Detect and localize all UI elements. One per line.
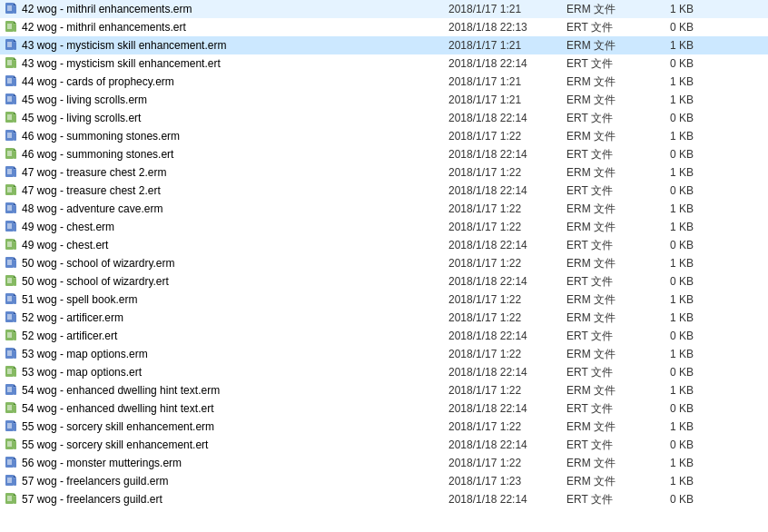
table-row[interactable]: 54 wog - enhanced dwelling hint text.ert…	[0, 399, 768, 418]
svg-rect-98	[14, 296, 16, 304]
file-name-col: 46 wog - summoning stones.ert	[4, 147, 448, 162]
erm-icon	[4, 383, 18, 398]
file-name: 43 wog - mysticism skill enhancement.erm	[22, 39, 226, 52]
file-name: 44 wog - cards of prophecy.erm	[22, 75, 174, 88]
table-row[interactable]: 57 wog - freelancers guild.erm 2018/1/17…	[0, 472, 768, 490]
svg-marker-19	[14, 57, 16, 60]
file-name-col: 46 wog - summoning stones.erm	[4, 129, 448, 143]
table-row[interactable]: 49 wog - chest.ert 2018/1/18 22:14 ERT 文…	[0, 236, 768, 254]
svg-marker-127	[14, 384, 16, 387]
svg-marker-61	[14, 184, 16, 187]
file-name-col: 56 wog - monster mutterings.erm	[4, 456, 448, 470]
table-row[interactable]: 53 wog - map options.ert 2018/1/18 22:14…	[0, 363, 768, 381]
svg-marker-73	[14, 221, 16, 223]
table-row[interactable]: 42 wog - mithril enhancements.erm 2018/1…	[0, 0, 768, 18]
svg-marker-31	[14, 94, 16, 96]
svg-marker-79	[14, 239, 16, 241]
file-date: 2018/1/17 1:21	[448, 75, 566, 88]
erm-icon	[4, 310, 18, 325]
file-name: 55 wog - sorcery skill enhancement.ert	[22, 438, 208, 451]
table-row[interactable]: 55 wog - sorcery skill enhancement.erm 2…	[0, 418, 768, 436]
file-name: 42 wog - mithril enhancements.erm	[22, 3, 192, 15]
file-type: ERM 文件	[566, 310, 639, 326]
table-row[interactable]: 47 wog - treasure chest 2.ert 2018/1/18 …	[0, 182, 768, 200]
svg-marker-49	[14, 148, 16, 151]
svg-rect-38	[14, 114, 16, 123]
file-name-col: 47 wog - treasure chest 2.erm	[4, 165, 448, 180]
file-name-col: 49 wog - chest.ert	[4, 238, 448, 252]
file-name-col: 54 wog - enhanced dwelling hint text.erm	[4, 383, 448, 398]
file-size: 1 KB	[639, 420, 694, 433]
table-row[interactable]: 57 wog - freelancers guild.ert 2018/1/18…	[0, 490, 768, 508]
file-name: 45 wog - living scrolls.erm	[22, 94, 147, 106]
table-row[interactable]: 46 wog - summoning stones.ert 2018/1/18 …	[0, 145, 768, 163]
table-row[interactable]: 55 wog - sorcery skill enhancement.ert 2…	[0, 436, 768, 454]
table-row[interactable]: 45 wog - living scrolls.ert 2018/1/18 22…	[0, 109, 768, 127]
erm-icon	[4, 93, 18, 107]
file-date: 2018/1/17 1:22	[448, 457, 566, 469]
table-row[interactable]: 44 wog - cards of prophecy.erm 2018/1/17…	[0, 73, 768, 91]
file-size: 1 KB	[639, 166, 694, 179]
table-row[interactable]: 51 wog - spell book.erm 2018/1/17 1:22 E…	[0, 291, 768, 309]
file-size: 0 KB	[639, 184, 694, 197]
erm-icon	[4, 165, 18, 180]
file-size: 1 KB	[639, 257, 694, 270]
file-type: ERT 文件	[566, 238, 639, 253]
table-row[interactable]: 48 wog - adventure cave.erm 2018/1/17 1:…	[0, 200, 768, 218]
table-row[interactable]: 42 wog - mithril enhancements.ert 2018/1…	[0, 18, 768, 36]
svg-marker-103	[14, 311, 16, 314]
file-size: 1 KB	[639, 311, 694, 324]
file-name: 46 wog - summoning stones.erm	[22, 130, 180, 143]
svg-rect-68	[14, 205, 16, 213]
table-row[interactable]: 49 wog - chest.erm 2018/1/17 1:22 ERM 文件…	[0, 218, 768, 236]
table-row[interactable]: 52 wog - artificer.ert 2018/1/18 22:14 E…	[0, 327, 768, 345]
svg-rect-128	[14, 387, 16, 395]
erm-icon	[4, 347, 18, 361]
table-row[interactable]: 52 wog - artificer.erm 2018/1/17 1:22 ER…	[0, 309, 768, 327]
table-row[interactable]: 53 wog - map options.erm 2018/1/17 1:22 …	[0, 345, 768, 363]
svg-rect-26	[14, 78, 16, 86]
file-size: 0 KB	[639, 275, 694, 288]
svg-rect-92	[14, 278, 16, 286]
file-date: 2018/1/18 22:14	[448, 366, 566, 379]
erm-icon	[4, 220, 18, 234]
table-row[interactable]: 43 wog - mysticism skill enhancement.erm…	[0, 36, 768, 54]
file-name: 46 wog - summoning stones.ert	[22, 148, 173, 161]
file-name: 53 wog - map options.ert	[22, 366, 142, 379]
erm-icon	[4, 256, 18, 271]
svg-marker-145	[14, 438, 16, 441]
svg-rect-74	[14, 223, 16, 232]
file-type: ERT 文件	[566, 365, 639, 380]
file-name-col: 57 wog - freelancers guild.erm	[4, 474, 448, 488]
svg-rect-32	[14, 96, 16, 104]
svg-marker-37	[14, 112, 16, 114]
file-name-col: 53 wog - map options.ert	[4, 365, 448, 379]
svg-rect-62	[14, 187, 16, 195]
svg-rect-116	[14, 350, 16, 359]
file-name: 53 wog - map options.erm	[22, 348, 148, 360]
file-date: 2018/1/18 22:14	[448, 402, 566, 415]
file-size: 1 KB	[639, 75, 694, 88]
table-row[interactable]: 50 wog - school of wizardry.erm 2018/1/1…	[0, 254, 768, 272]
erm-icon	[4, 2, 18, 16]
file-size: 1 KB	[639, 457, 694, 469]
file-list[interactable]: 42 wog - mithril enhancements.erm 2018/1…	[0, 0, 768, 532]
file-size: 1 KB	[639, 348, 694, 360]
erm-icon	[4, 419, 18, 434]
table-row[interactable]: 54 wog - enhanced dwelling hint text.erm…	[0, 381, 768, 399]
table-row[interactable]: 56 wog - monster mutterings.erm 2018/1/1…	[0, 454, 768, 472]
file-name: 47 wog - treasure chest 2.erm	[22, 166, 166, 179]
file-name: 50 wog - school of wizardry.ert	[22, 275, 169, 288]
table-row[interactable]: 43 wog - mysticism skill enhancement.ert…	[0, 54, 768, 73]
table-row[interactable]: 46 wog - summoning stones.erm 2018/1/17 …	[0, 127, 768, 145]
file-size: 1 KB	[639, 384, 694, 397]
file-type: ERM 文件	[566, 347, 639, 362]
file-type: ERT 文件	[566, 401, 639, 417]
file-name-col: 55 wog - sorcery skill enhancement.ert	[4, 438, 448, 452]
table-row[interactable]: 47 wog - treasure chest 2.erm 2018/1/17 …	[0, 163, 768, 182]
table-row[interactable]: 50 wog - school of wizardry.ert 2018/1/1…	[0, 272, 768, 291]
file-date: 2018/1/17 1:22	[448, 311, 566, 324]
table-row[interactable]: 45 wog - living scrolls.erm 2018/1/17 1:…	[0, 91, 768, 109]
file-type: ERT 文件	[566, 111, 639, 126]
svg-rect-50	[14, 151, 16, 159]
